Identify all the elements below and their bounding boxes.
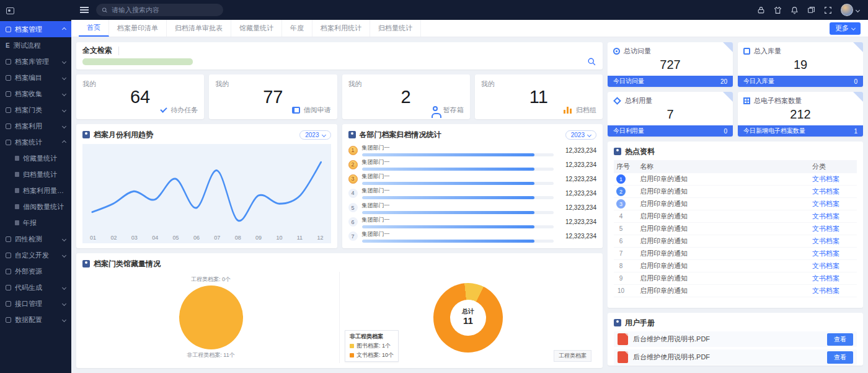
sidebar-subitem[interactable]: 档案利用量统计 xyxy=(0,182,71,199)
metric-today-label: 今日入库量 xyxy=(743,77,774,86)
chevron-down-icon xyxy=(856,7,860,12)
hot-category-link[interactable]: 文书档案 xyxy=(812,224,854,233)
fullscreen-icon[interactable] xyxy=(824,6,832,14)
hot-category-link[interactable]: 文书档案 xyxy=(812,261,854,271)
collect-icon xyxy=(6,91,11,97)
usage-total-icon xyxy=(613,97,621,105)
category-panel-icon xyxy=(82,260,90,267)
sidebar-item[interactable]: 档案利用 xyxy=(0,118,71,134)
trend-chart-area: 010203040506070809101112 xyxy=(82,144,331,243)
theme-skin-icon[interactable] xyxy=(774,6,782,14)
visits-icon xyxy=(613,48,620,55)
view-button[interactable]: 查看 xyxy=(827,333,853,346)
hot-category-link[interactable]: 文书档案 xyxy=(812,187,854,196)
sidebar-item[interactable]: 自定义开发 xyxy=(0,247,71,263)
donut-center: 总计 11 xyxy=(462,308,474,327)
sidebar-subitem[interactable]: 归档量统计 xyxy=(0,166,71,182)
pie-section: 工程类档案: 0个 非工程类档案: 11个 xyxy=(82,272,340,363)
chevron-icon xyxy=(62,301,66,305)
hot-category-link[interactable]: 文书档案 xyxy=(812,286,854,295)
legend-item: 图书档案: 1个 xyxy=(350,342,394,350)
trend-year-select[interactable]: 2023 xyxy=(299,130,330,140)
sidebar-item[interactable]: 四性检测 xyxy=(0,231,71,247)
hot-category-link[interactable]: 文书档案 xyxy=(812,249,854,258)
metric-today-bar: 今日入库量 0 xyxy=(738,76,863,87)
tab[interactable]: 归档量统计 xyxy=(370,20,421,37)
stat-card[interactable]: 我的 2 暂存箱 xyxy=(342,74,470,119)
hot-row: 3 启用印章的通知 文书档案 xyxy=(614,198,857,210)
more-button[interactable]: 更多 xyxy=(830,22,861,35)
metric-title: 总访问量 xyxy=(624,47,651,56)
month-label: 09 xyxy=(255,235,262,241)
metric-today-value: 1 xyxy=(854,128,857,135)
hot-doc-name: 启用印章的通知 xyxy=(640,286,812,295)
stat-card[interactable]: 我的 77 借阅申请 xyxy=(209,74,337,119)
sidebar-subitem[interactable]: 年报 xyxy=(0,215,71,231)
lock-icon[interactable] xyxy=(757,6,765,14)
search-submit-icon[interactable] xyxy=(587,57,596,66)
metric-today-value: 0 xyxy=(854,78,857,85)
hot-category-link[interactable]: 文书档案 xyxy=(812,174,854,184)
sidebar-item[interactable]: 档案编目 xyxy=(0,70,71,86)
fulltext-search-tab[interactable]: 全文检索 xyxy=(82,45,112,56)
sidebar-item[interactable]: 档案统计 xyxy=(0,134,71,150)
month-label: 06 xyxy=(193,235,200,241)
tab[interactable]: 首页 xyxy=(79,20,109,37)
sidebar-item[interactable]: 档案门类 xyxy=(0,102,71,118)
hot-doc-name: 启用印章的通知 xyxy=(640,236,812,246)
data-config-icon xyxy=(6,317,11,323)
sidebar-subitem[interactable]: 借阅数量统计 xyxy=(0,199,71,215)
sidebar-subitem[interactable]: 馆藏量统计 xyxy=(0,150,71,166)
pie-bottom-label: 非工程类档案: 11个 xyxy=(187,351,234,359)
hot-table-rows: 1 启用印章的通知 文书档案 2 启用印章的通知 文书档案 3 启用印章的通知 … xyxy=(614,173,857,297)
hot-row: 9 启用印章的通知 文书档案 xyxy=(614,272,857,285)
screenshot-icon[interactable] xyxy=(807,6,815,14)
stats-icon xyxy=(6,140,11,145)
tab[interactable]: 年度 xyxy=(282,20,312,37)
hot-category-link[interactable]: 文书档案 xyxy=(812,236,854,246)
sidebar-item[interactable]: 档案收集 xyxy=(0,86,71,102)
sidebar-item[interactable]: 数据配置 xyxy=(0,312,71,328)
menu-toggle-icon[interactable] xyxy=(80,7,89,13)
stat-card[interactable]: 我的 11 归档组 xyxy=(475,74,603,119)
sidebar-item[interactable]: 代码生成 xyxy=(0,279,71,295)
metric-value: 19 xyxy=(743,58,857,72)
sidebar-item[interactable]: E 测试流程 xyxy=(0,37,71,53)
stat-label: 借阅申请 xyxy=(304,106,331,115)
view-button[interactable]: 查看 xyxy=(827,351,853,364)
tab[interactable]: 归档清单审批表 xyxy=(167,20,231,37)
sidebar-item[interactable]: 档案管理 xyxy=(0,21,71,37)
month-label: 01 xyxy=(90,235,96,241)
bell-icon[interactable] xyxy=(790,6,799,14)
sidebar-item[interactable]: 档案库管理 xyxy=(0,53,71,70)
user-menu[interactable] xyxy=(841,4,859,16)
rank-badge: 3 xyxy=(348,174,358,184)
global-search-input[interactable] xyxy=(112,6,218,14)
metric-value: 212 xyxy=(743,107,857,122)
corner-fold-icon xyxy=(723,92,733,102)
user-manual-title: 用户手册 xyxy=(625,318,655,328)
tab-bar: 首页档案册印清单归档清单审批表馆藏量统计年度档案利用统计归档量统计 更多 xyxy=(71,20,868,37)
sidebar-item[interactable]: 接口管理 xyxy=(0,295,71,312)
hot-doc-name: 启用印章的通知 xyxy=(640,224,812,233)
tab[interactable]: 档案利用统计 xyxy=(312,20,370,37)
archive-manage-icon xyxy=(6,27,11,32)
tab[interactable]: 档案册印清单 xyxy=(109,20,167,37)
dept-bar-row: 5 集团部门一 12,323,234 xyxy=(348,201,597,215)
hot-doc-name: 启用印章的通知 xyxy=(640,199,812,209)
category-icon xyxy=(6,107,11,113)
app-logo-icon xyxy=(6,7,14,14)
stat-card[interactable]: 我的 64 待办任务 xyxy=(76,74,204,119)
hot-category-link[interactable]: 文书档案 xyxy=(812,274,854,283)
dept-year-select[interactable]: 2023 xyxy=(565,130,596,140)
tab[interactable]: 馆藏量统计 xyxy=(231,20,282,37)
dept-bar-row: 6 集团部门一 12,323,234 xyxy=(348,215,597,229)
manual-row: 后台维护使用说明书.PDF 查看 xyxy=(614,349,857,365)
hot-category-link[interactable]: 文书档案 xyxy=(812,199,854,209)
metric-cards-grid: 总访问量 727 今日访问量 20 总入库量 19 今日入库量 0 总利用量 7… xyxy=(608,42,863,137)
rank-number: 7 xyxy=(616,250,626,257)
hot-category-link[interactable]: 文书档案 xyxy=(812,212,854,221)
global-search[interactable] xyxy=(96,4,223,16)
sidebar-item[interactable]: 外部资源 xyxy=(0,263,71,279)
chevron-icon xyxy=(62,253,66,257)
